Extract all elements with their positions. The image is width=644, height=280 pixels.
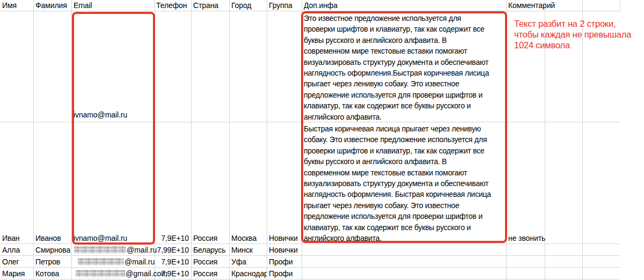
cell-city[interactable]: Минск [231, 246, 253, 255]
cell-country[interactable]: Россия [193, 257, 217, 267]
cell-surname[interactable]: Иванов [35, 234, 61, 243]
cell-phone[interactable]: 7,9E+10 [155, 269, 189, 278]
cell-name[interactable]: Олег [2, 257, 19, 267]
redacted-email-blur [74, 246, 126, 253]
cell-extra-block1[interactable]: Это известное предложение используется д… [304, 13, 508, 122]
cell-email-row2[interactable]: ivnamo@mail.ru [74, 110, 127, 120]
cell-group[interactable]: Профи [269, 269, 292, 278]
column-header-country[interactable]: Страна [193, 1, 218, 10]
cell-city[interactable]: Уфа [231, 257, 246, 267]
row-gridline [0, 255, 620, 256]
cell-phone[interactable]: 7,9E+10 [155, 234, 189, 243]
cell-country[interactable]: Беларусь [193, 246, 225, 255]
column-gridline [229, 0, 230, 280]
cell-name[interactable]: Иван [2, 234, 19, 243]
redacted-email-blur [78, 258, 124, 265]
cell-group[interactable]: Профи [269, 257, 292, 267]
email-domain: @mail.ru [125, 257, 155, 266]
cell-phone[interactable]: 7,9E+10 [155, 257, 189, 267]
column-header-surname[interactable]: Фамилия [35, 1, 67, 10]
cell-group[interactable]: Новички [269, 234, 298, 243]
column-gridline [302, 0, 302, 280]
spreadsheet: Имя Фамилия Email Телефон Страна Город Г… [0, 0, 644, 280]
cell-surname[interactable]: Петров [35, 257, 60, 267]
column-gridline [33, 0, 34, 280]
column-header-group[interactable]: Группа [269, 1, 292, 10]
column-gridline [620, 0, 620, 11]
redacted-email-blur [76, 270, 125, 277]
column-header-name[interactable]: Имя [2, 1, 17, 10]
cell-country[interactable]: Россия [193, 234, 217, 243]
cell-surname[interactable]: Котова [35, 269, 59, 278]
cell-city[interactable]: Краснодар [231, 269, 267, 278]
column-gridline [267, 0, 267, 280]
email-column-highlight-box [72, 12, 155, 245]
column-gridline [191, 0, 192, 280]
cell-email-redacted[interactable]: @gmail.com [76, 269, 167, 278]
row-gridline [0, 11, 620, 11]
cell-name[interactable]: Мария [2, 269, 25, 278]
cell-email-redacted[interactable]: @mail.ru [78, 257, 155, 267]
cell-comment[interactable]: не звонить [508, 234, 545, 243]
cell-country[interactable]: Россия [193, 269, 217, 278]
email-domain: @mail.ru [127, 246, 157, 254]
cell-city[interactable]: Москва [231, 234, 257, 243]
cell-surname[interactable]: Смирнова [35, 246, 71, 255]
column-header-email[interactable]: Email [74, 1, 92, 10]
cell-group[interactable]: Новички [269, 246, 298, 255]
column-header-extra[interactable]: Доп.инфа [304, 1, 338, 10]
row-gridline [0, 267, 620, 268]
cell-extra-block2[interactable]: Быстрая коричневая лисица прыгает через … [304, 123, 508, 244]
column-header-phone[interactable]: Телефон [156, 1, 187, 10]
annotation-note: Текст разбит на 2 строки, чтобы каждая н… [514, 18, 631, 50]
cell-email-redacted[interactable]: @mail.ru [74, 246, 157, 255]
row-gridline [0, 279, 620, 279]
column-gridline [71, 0, 72, 280]
column-header-city[interactable]: Город [231, 1, 251, 10]
cell-phone[interactable]: 7,99E+10 [155, 246, 189, 255]
cell-email[interactable]: ivnamo@mail.ru [74, 234, 127, 243]
column-header-comment[interactable]: Комментарий [508, 1, 555, 10]
cell-name[interactable]: Алла [2, 246, 20, 255]
